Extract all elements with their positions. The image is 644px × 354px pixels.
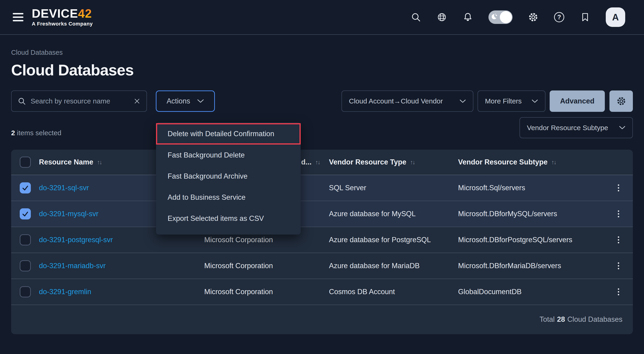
resource-name-link[interactable]: do-3291-postgresql-svr <box>39 236 204 244</box>
table-row: do-3291-postgresql-svr Microsoft Corpora… <box>11 227 633 253</box>
more-filters-dropdown[interactable]: More Filters <box>478 91 546 112</box>
header-truncated-column[interactable]: d... ↑↓ <box>301 150 320 175</box>
vendor-resource-subtype-filter[interactable]: Vendor Resource Subtype <box>520 117 633 138</box>
more-filters-label: More Filters <box>485 97 522 105</box>
header-vendor-resource-type-label: Vendor Resource Type <box>329 158 406 166</box>
main-content: Cloud Databases Cloud Databases Actions … <box>0 49 644 334</box>
menu-item-fast-background-archive[interactable]: Fast Background Archive <box>156 166 301 187</box>
row-menu-button[interactable] <box>612 206 624 221</box>
logo-brand: DEVICE <box>32 7 78 20</box>
help-glyph: ? <box>557 14 561 21</box>
type-cell: Azure database for MySQL <box>329 210 458 218</box>
selection-count: 2 <box>11 129 15 137</box>
gear-icon <box>616 96 626 106</box>
avatar[interactable]: A <box>606 8 625 27</box>
notifications-bell-icon[interactable] <box>462 12 473 23</box>
actions-dropdown-menu: Delete with Detailed Confirmation Fast B… <box>156 123 301 234</box>
vendor-cell: Microsoft Corporation <box>204 288 329 296</box>
table-row: do-3291-gremlin Microsoft Corporation Co… <box>11 279 633 305</box>
resource-name-link[interactable]: do-3291-mariadb-svr <box>39 262 204 270</box>
table-row: do-3291-mariadb-svr Microsoft Corporatio… <box>11 253 633 279</box>
row-checkbox[interactable] <box>20 234 31 245</box>
table-header-row: Resource Name ↑↓ Vendor Resource Type ↑↓… <box>11 150 633 175</box>
header-truncated-label: d... <box>301 158 312 166</box>
search-icon <box>18 97 26 105</box>
row-menu-button[interactable] <box>612 258 624 273</box>
search-input[interactable] <box>30 97 129 105</box>
logo-subtitle: A Freshworks Company <box>32 21 93 27</box>
row-menu-button[interactable] <box>612 232 624 247</box>
breadcrumb: Cloud Databases <box>11 49 633 56</box>
header-vendor-resource-type[interactable]: Vendor Resource Type ↑↓ <box>329 158 458 166</box>
type-cell: Cosmos DB Account <box>329 288 458 296</box>
table-settings-button[interactable] <box>610 91 633 112</box>
row-checkbox[interactable] <box>20 260 31 271</box>
sub-toolbar: 2 items selected Vendor Resource Subtype <box>11 112 633 150</box>
cloud-vendor-filter[interactable]: Cloud Account→Cloud Vendor <box>342 91 474 112</box>
footer-total-count: 28 <box>557 315 565 324</box>
header-resource-name-label: Resource Name <box>39 158 93 166</box>
footer-total-suffix: Cloud Databases <box>567 315 622 324</box>
menu-icon[interactable] <box>13 13 24 21</box>
menu-item-export-selected-csv[interactable]: Export Selected items as CSV <box>156 208 301 229</box>
moon-icon <box>490 13 500 22</box>
subtype-cell: Microsoft.DBforMariaDB/servers <box>458 262 609 270</box>
logo-accent: 42 <box>78 7 92 20</box>
globe-icon[interactable] <box>436 12 447 23</box>
footer-total-prefix: Total <box>540 315 554 324</box>
menu-item-delete-with-detailed-confirmation[interactable]: Delete with Detailed Confirmation <box>157 124 300 143</box>
selection-label: items selected <box>15 129 62 137</box>
row-checkbox[interactable] <box>20 286 31 297</box>
chevron-down-icon <box>532 99 538 103</box>
highlighted-menu-item-frame: Delete with Detailed Confirmation <box>156 123 301 145</box>
row-menu-button[interactable] <box>612 284 624 299</box>
topbar-actions: ? A <box>410 8 625 27</box>
subtype-filter-label: Vendor Resource Subtype <box>527 124 608 132</box>
search-box <box>11 91 147 112</box>
sort-icon: ↑↓ <box>315 159 320 166</box>
subtype-cell: Microsoft.DBforPostgreSQL/servers <box>458 236 609 244</box>
selection-summary: 2 items selected <box>11 129 62 137</box>
actions-button-label: Actions <box>167 97 190 105</box>
theme-toggle[interactable] <box>488 11 512 24</box>
settings-gear-icon[interactable] <box>528 12 538 23</box>
header-vendor-resource-subtype-label: Vendor Resource Subtype <box>458 158 548 166</box>
row-checkbox[interactable] <box>20 208 31 219</box>
cloud-databases-table: Resource Name ↑↓ Vendor Resource Type ↑↓… <box>11 150 633 334</box>
sort-icon: ↑↓ <box>551 159 556 166</box>
chevron-down-icon <box>619 126 626 130</box>
page-title: Cloud Databases <box>11 61 633 79</box>
row-checkbox[interactable] <box>20 182 31 193</box>
device42-logo: DEVICE42 A Freshworks Company <box>32 8 93 27</box>
menu-item-fast-background-delete[interactable]: Fast Background Delete <box>156 145 301 166</box>
vendor-cell: Microsoft Corporation <box>204 262 329 270</box>
subtype-cell: Microsoft.Sql/servers <box>458 184 609 192</box>
avatar-initial: A <box>612 12 619 23</box>
topbar: DEVICE42 A Freshworks Company ? <box>0 0 644 35</box>
help-icon[interactable]: ? <box>554 12 564 23</box>
type-cell: Azure database for MariaDB <box>329 262 458 270</box>
menu-item-add-to-business-service[interactable]: Add to Business Service <box>156 187 301 208</box>
table-footer: Total 28 Cloud Databases <box>11 305 633 334</box>
row-menu-button[interactable] <box>612 180 624 195</box>
header-vendor-resource-subtype[interactable]: Vendor Resource Subtype ↑↓ <box>458 158 609 166</box>
chevron-down-icon <box>197 99 204 103</box>
chevron-down-icon <box>460 99 466 103</box>
resource-name-link[interactable]: do-3291-gremlin <box>39 288 204 296</box>
table-row: do-3291-sql-svr SQL Server Microsoft.Sql… <box>11 175 633 201</box>
sort-icon: ↑↓ <box>410 159 415 166</box>
cloud-vendor-filter-label: Cloud Account→Cloud Vendor <box>349 97 443 105</box>
type-cell: SQL Server <box>329 184 458 192</box>
select-all-checkbox[interactable] <box>20 157 31 168</box>
subtype-cell: Microsoft.DBforMySQL/servers <box>458 210 609 218</box>
clear-search-icon[interactable] <box>134 98 140 105</box>
bookmark-icon[interactable] <box>580 12 590 23</box>
vendor-cell: Microsoft Corporation <box>204 236 329 244</box>
sort-icon: ↑↓ <box>97 159 102 166</box>
subtype-cell: GlobalDocumentDB <box>458 288 609 296</box>
toolbar: Actions Cloud Account→Cloud Vendor More … <box>11 91 633 112</box>
type-cell: Azure database for PostgreSQL <box>329 236 458 244</box>
advanced-button[interactable]: Advanced <box>550 91 605 112</box>
actions-button[interactable]: Actions <box>156 91 215 112</box>
search-icon[interactable] <box>410 12 421 23</box>
